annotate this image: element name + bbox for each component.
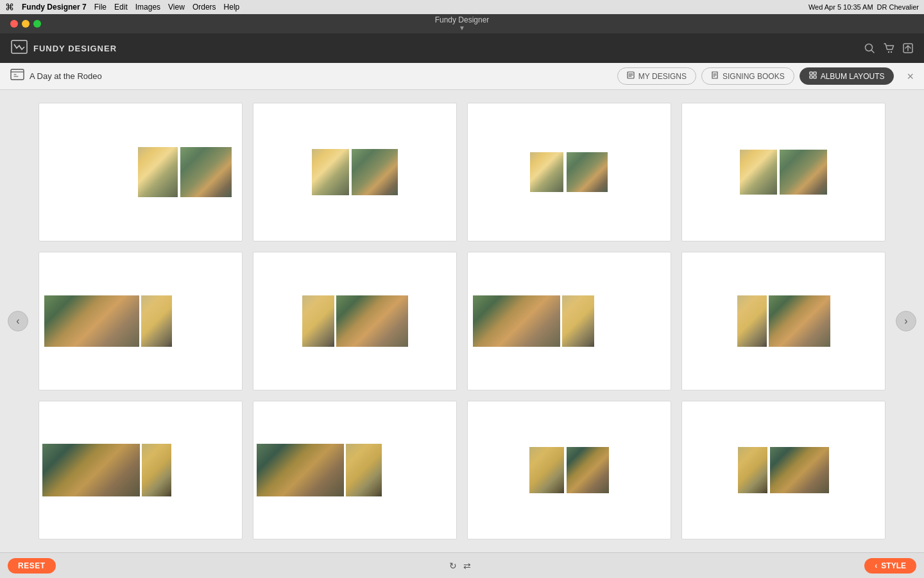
photo-thumb [302, 295, 334, 347]
svg-rect-9 [814, 72, 816, 74]
export-button[interactable] [902, 42, 914, 54]
orders-menu[interactable]: Orders [193, 3, 216, 12]
layout-card-r3c3[interactable] [467, 401, 671, 539]
style-button[interactable]: ‹ STYLE [864, 558, 916, 574]
swap-tool-icon[interactable]: ⇄ [463, 561, 471, 571]
photo-thumb [42, 444, 140, 496]
file-menu[interactable]: File [94, 3, 107, 12]
layout-card-r1c4[interactable] [681, 103, 886, 241]
album-layouts-icon [809, 71, 817, 81]
svg-point-3 [888, 51, 889, 53]
menubar-left: ⌘ Fundy Designer 7 File Edit Images View… [5, 2, 239, 12]
photo-arrangement-r2c1 [44, 265, 237, 377]
tab-album-layouts[interactable]: ALBUM LAYOUTS [800, 67, 894, 85]
close-project-button[interactable]: × [907, 71, 914, 82]
header-actions [864, 42, 914, 54]
layout-card-r1c1[interactable] [38, 103, 243, 241]
style-chevron-icon: ‹ [875, 561, 877, 570]
title-chevron: ▼ [459, 24, 465, 32]
app-logo: FUNDY DESIGNER [10, 39, 117, 57]
app-name-label: FUNDY DESIGNER [33, 44, 117, 53]
tab-signing-books-label: SIGNING BOOKS [723, 72, 785, 81]
search-button[interactable] [864, 42, 875, 54]
cart-button[interactable] [883, 42, 894, 54]
layout-card-r2c2[interactable] [253, 252, 457, 390]
svg-point-4 [891, 51, 892, 53]
layout-card-r2c4[interactable] [681, 252, 886, 390]
photo-arrangement-r1c4 [692, 119, 875, 226]
photo-thumb [738, 447, 767, 493]
datetime-display: Wed Apr 5 10:35 AM [809, 3, 873, 11]
edit-menu[interactable]: Edit [114, 3, 128, 12]
photo-thumb [529, 447, 564, 493]
tab-album-layouts-label: ALBUM LAYOUTS [821, 72, 885, 81]
tab-signing-books[interactable]: SIGNING BOOKS [701, 67, 794, 85]
layout-card-r2c3[interactable] [467, 252, 671, 390]
view-menu[interactable]: View [168, 3, 185, 12]
layout-card-r1c2[interactable] [253, 103, 457, 241]
project-name-label: A Day at the Rodeo [30, 71, 612, 81]
photo-thumb [336, 295, 408, 347]
photo-thumb [567, 152, 608, 192]
photo-thumb [141, 295, 172, 347]
fundy-logo-icon [10, 39, 28, 57]
help-menu[interactable]: Help [224, 3, 240, 12]
photo-thumb [138, 147, 178, 197]
next-page-button[interactable]: › [896, 311, 916, 331]
photo-thumb [346, 444, 382, 496]
photo-arrangement-r2c4 [687, 265, 880, 377]
signing-books-icon [711, 71, 719, 81]
photo-arrangement-r1c3 [478, 119, 660, 226]
next-arrow-icon: › [904, 315, 907, 327]
layout-card-r3c2[interactable] [253, 401, 457, 539]
photo-arrangement-r3c3 [478, 414, 660, 526]
photo-arrangement-r2c2 [259, 265, 451, 377]
menubar: ⌘ Fundy Designer 7 File Edit Images View… [0, 0, 924, 14]
photo-thumb [770, 447, 829, 493]
apple-menu[interactable]: ⌘ [5, 2, 14, 12]
images-menu[interactable]: Images [135, 3, 160, 12]
layout-grid [0, 103, 924, 539]
minimize-window-button[interactable] [22, 20, 30, 28]
photo-thumb [473, 295, 560, 347]
tab-my-designs[interactable]: MY DESIGNS [617, 67, 696, 85]
photo-thumb [180, 147, 232, 197]
rotate-tool-icon[interactable]: ↻ [449, 561, 457, 571]
reset-button[interactable]: RESET [8, 558, 56, 574]
bottom-tools: ↻ ⇄ [449, 561, 471, 571]
window-title-area: Fundy Designer ▼ [435, 15, 490, 32]
app-menu-item[interactable]: Fundy Designer 7 [22, 3, 87, 12]
traffic-lights [10, 20, 41, 28]
my-designs-icon [627, 71, 635, 81]
style-button-label: STYLE [881, 561, 906, 570]
close-window-button[interactable] [10, 20, 18, 28]
photo-arrangement-r2c3 [473, 265, 665, 377]
layout-card-r1c3[interactable] [467, 103, 671, 241]
maximize-window-button[interactable] [33, 20, 41, 28]
photo-thumb [780, 150, 827, 195]
tab-my-designs-label: MY DESIGNS [638, 72, 687, 81]
layout-card-r3c4[interactable] [681, 401, 886, 539]
photo-arrangement-r1c2 [264, 119, 446, 226]
svg-rect-0 [12, 40, 27, 53]
prev-arrow-icon: ‹ [16, 315, 19, 327]
svg-rect-10 [810, 76, 812, 78]
photo-thumb [740, 150, 777, 195]
photo-thumb [567, 447, 609, 493]
layout-card-r2c1[interactable] [38, 252, 243, 390]
main-content: ‹ [0, 90, 924, 552]
app-header: FUNDY DESIGNER [0, 33, 924, 63]
photo-thumb [44, 295, 139, 347]
system-tray: Wed Apr 5 10:35 AM DR Chevalier [809, 3, 919, 11]
layout-card-r3c1[interactable] [38, 401, 243, 539]
project-icon [10, 67, 24, 85]
bottom-bar: RESET ↻ ⇄ ‹ STYLE [0, 552, 924, 578]
tab-buttons: MY DESIGNS SIGNING BOOKS ALBUM LAYOUTS [617, 67, 894, 85]
svg-rect-6 [11, 69, 24, 80]
photo-thumb [312, 149, 349, 195]
prev-page-button[interactable]: ‹ [8, 311, 28, 331]
svg-line-2 [871, 50, 874, 53]
photo-thumb [142, 444, 171, 496]
project-bar: A Day at the Rodeo MY DESIGNS SIGNING BO… [0, 63, 924, 90]
photo-thumb [562, 295, 594, 347]
